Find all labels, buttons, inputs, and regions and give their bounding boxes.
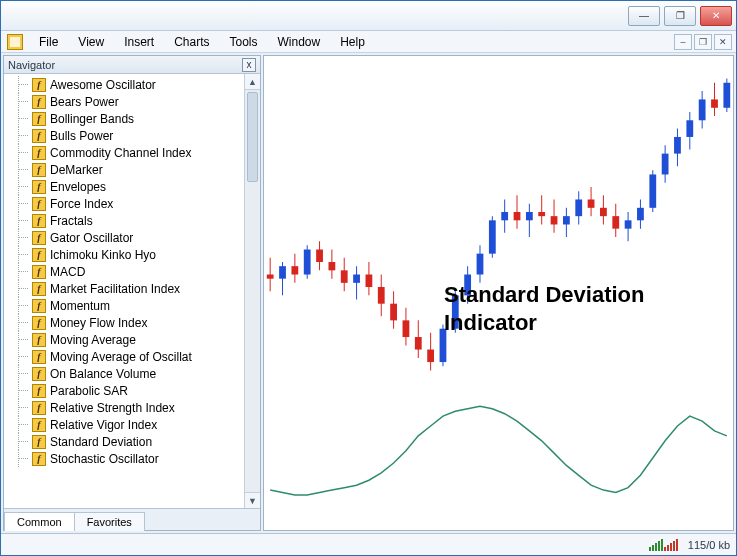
menu-window[interactable]: Window [268,32,331,52]
indicator-label: Momentum [50,299,110,313]
menu-tools[interactable]: Tools [220,32,268,52]
menu-view[interactable]: View [68,32,114,52]
svg-rect-69 [686,120,693,137]
minimize-icon: — [639,10,649,21]
indicator-item[interactable]: fAwesome Oscillator [8,76,244,93]
chart-area[interactable]: Standard Deviation Indicator [263,55,734,531]
indicator-item[interactable]: fGator Oscillator [8,229,244,246]
menu-help[interactable]: Help [330,32,375,52]
indicator-item[interactable]: fBears Power [8,93,244,110]
indicator-icon: f [32,350,46,364]
indicator-item[interactable]: fMoney Flow Index [8,314,244,331]
indicator-item[interactable]: fFractals [8,212,244,229]
mdi-restore-button[interactable]: ❐ [694,34,712,50]
indicator-item[interactable]: fRelative Strength Index [8,399,244,416]
chart-annotation: Standard Deviation Indicator [444,281,644,336]
window-close-button[interactable]: ✕ [700,6,732,26]
scroll-up-button[interactable]: ▲ [245,74,260,90]
mdi-minimize-button[interactable]: – [674,34,692,50]
navigator-close-button[interactable]: x [242,58,256,72]
indicator-item[interactable]: fMACD [8,263,244,280]
indicator-icon: f [32,231,46,245]
status-transfer: 115/0 kb [688,539,730,551]
indicator-label: Stochastic Oscillator [50,452,159,466]
svg-rect-75 [723,83,730,108]
svg-rect-27 [427,350,434,363]
scroll-thumb[interactable] [247,92,258,182]
window-minimize-button[interactable]: — [628,6,660,26]
indicator-label: DeMarker [50,163,103,177]
indicator-item[interactable]: fCommodity Channel Index [8,144,244,161]
indicator-item[interactable]: fRelative Vigor Index [8,416,244,433]
indicator-item[interactable]: fBulls Power [8,127,244,144]
indicator-label: MACD [50,265,85,279]
indicator-label: Bollinger Bands [50,112,134,126]
indicator-item[interactable]: fMarket Facilitation Index [8,280,244,297]
indicator-item[interactable]: fParabolic SAR [8,382,244,399]
indicator-icon: f [32,214,46,228]
navigator-body: fAwesome OscillatorfBears PowerfBollinge… [4,74,260,508]
navigator-scrollbar[interactable]: ▲ ▼ [244,74,260,508]
svg-rect-45 [538,212,545,216]
menu-charts[interactable]: Charts [164,32,219,52]
indicator-item[interactable]: fStandard Deviation [8,433,244,450]
indicator-icon: f [32,112,46,126]
annotation-line1: Standard Deviation [444,281,644,309]
svg-rect-1 [267,275,274,279]
indicator-icon: f [32,78,46,92]
indicator-icon: f [32,452,46,466]
indicator-icon: f [32,282,46,296]
svg-rect-53 [588,199,595,207]
indicator-tree[interactable]: fAwesome OscillatorfBears PowerfBollinge… [4,74,244,508]
svg-rect-13 [341,270,348,283]
menu-insert[interactable]: Insert [114,32,164,52]
titlebar: — ❐ ✕ [1,1,736,31]
indicator-item[interactable]: fEnvelopes [8,178,244,195]
svg-rect-3 [279,266,286,279]
indicator-item[interactable]: fForce Index [8,195,244,212]
indicator-item[interactable]: fIchimoku Kinko Hyo [8,246,244,263]
indicator-item[interactable]: fMoving Average of Oscillat [8,348,244,365]
tab-common[interactable]: Common [4,512,75,531]
indicator-icon: f [32,180,46,194]
indicator-label: Envelopes [50,180,106,194]
svg-rect-47 [551,216,558,224]
indicator-icon: f [32,333,46,347]
svg-rect-23 [403,320,410,337]
svg-rect-63 [649,174,656,207]
indicator-label: Parabolic SAR [50,384,128,398]
annotation-line2: Indicator [444,309,644,337]
indicator-label: Awesome Oscillator [50,78,156,92]
restore-icon: ❐ [699,37,707,47]
tab-favorites[interactable]: Favorites [74,512,145,531]
indicator-item[interactable]: fMomentum [8,297,244,314]
indicator-label: Moving Average [50,333,136,347]
svg-rect-59 [625,220,632,228]
svg-rect-55 [600,208,607,216]
indicator-icon: f [32,129,46,143]
indicator-label: Market Facilitation Index [50,282,180,296]
scroll-down-button[interactable]: ▼ [245,492,260,508]
mdi-controls: – ❐ ✕ [674,34,736,50]
indicator-icon: f [32,265,46,279]
svg-rect-39 [501,212,508,220]
indicator-icon: f [32,299,46,313]
navigator-titlebar: Navigator x [4,56,260,74]
indicator-item[interactable]: fBollinger Bands [8,110,244,127]
svg-rect-71 [699,99,706,120]
svg-rect-5 [291,266,298,274]
indicator-item[interactable]: fDeMarker [8,161,244,178]
indicator-item[interactable]: fOn Balance Volume [8,365,244,382]
mdi-close-button[interactable]: ✕ [714,34,732,50]
svg-rect-61 [637,208,644,221]
svg-rect-7 [304,249,311,274]
menu-file[interactable]: File [29,32,68,52]
svg-rect-37 [489,220,496,253]
app-icon [7,34,23,50]
svg-rect-15 [353,275,360,283]
indicator-item[interactable]: fMoving Average [8,331,244,348]
indicator-item[interactable]: fStochastic Oscillator [8,450,244,467]
menubar: File View Insert Charts Tools Window Hel… [1,31,736,53]
svg-rect-73 [711,99,718,107]
window-maximize-button[interactable]: ❐ [664,6,696,26]
